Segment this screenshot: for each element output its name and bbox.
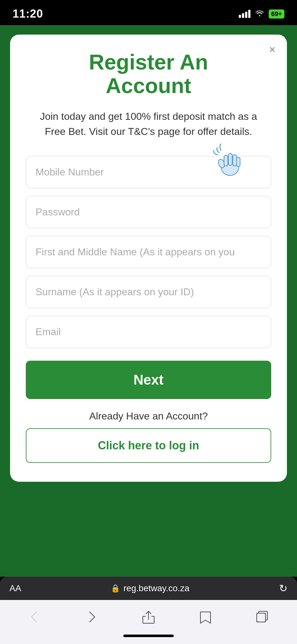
bottom-nav bbox=[0, 600, 297, 631]
lock-icon: 🔒 bbox=[111, 584, 120, 593]
page-content: × Register AnAccount Join today and get … bbox=[0, 25, 297, 577]
back-button[interactable] bbox=[26, 609, 43, 625]
email-field-group bbox=[26, 316, 271, 348]
forward-button[interactable] bbox=[83, 609, 100, 625]
wifi-icon bbox=[255, 9, 264, 18]
status-bar: 11:20 69+ bbox=[0, 0, 297, 25]
login-button[interactable]: Click here to log in bbox=[26, 428, 271, 463]
home-indicator bbox=[0, 631, 297, 644]
next-button[interactable]: Next bbox=[26, 361, 271, 399]
battery-icon: 69+ bbox=[269, 9, 284, 19]
browser-aa-button[interactable]: AA bbox=[9, 583, 21, 593]
tabs-button[interactable] bbox=[254, 609, 271, 625]
home-bar bbox=[123, 635, 174, 637]
status-icons: 69+ bbox=[239, 9, 284, 19]
surname-field-group bbox=[26, 276, 271, 308]
already-have-account-text: Already Have an Account? bbox=[26, 410, 271, 422]
email-input[interactable] bbox=[26, 316, 271, 348]
firstname-input[interactable] bbox=[26, 236, 271, 268]
password-field-group bbox=[26, 196, 271, 228]
mobile-field-group bbox=[26, 156, 271, 188]
modal-title: Register AnAccount bbox=[26, 50, 271, 97]
surname-input[interactable] bbox=[26, 276, 271, 308]
modal-subtitle: Join today and get 100% first deposit ma… bbox=[26, 109, 271, 139]
close-button[interactable]: × bbox=[269, 44, 276, 55]
password-input[interactable] bbox=[26, 196, 271, 228]
register-modal: × Register AnAccount Join today and get … bbox=[10, 35, 287, 482]
reload-button[interactable]: ↻ bbox=[279, 582, 288, 594]
browser-url-display[interactable]: 🔒 reg.betway.co.za bbox=[111, 583, 189, 593]
signal-icon bbox=[239, 10, 250, 18]
status-time: 11:20 bbox=[13, 7, 43, 20]
share-button[interactable] bbox=[140, 609, 157, 625]
browser-bar: AA 🔒 reg.betway.co.za ↻ bbox=[0, 577, 297, 600]
firstname-field-group bbox=[26, 236, 271, 268]
mobile-number-input[interactable] bbox=[26, 156, 271, 188]
svg-rect-8 bbox=[257, 613, 266, 622]
bookmarks-button[interactable] bbox=[197, 609, 214, 625]
browser-url-text: reg.betway.co.za bbox=[123, 583, 189, 593]
